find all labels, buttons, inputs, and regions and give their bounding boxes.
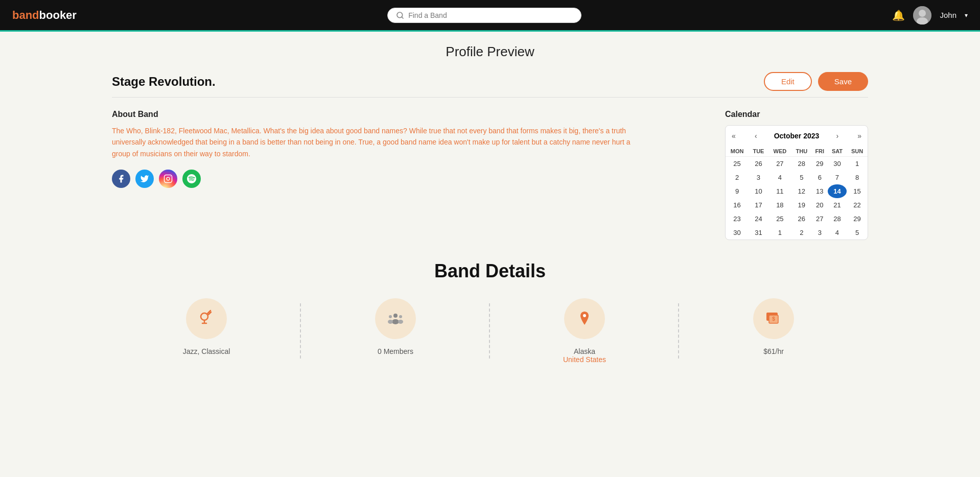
calendar-day[interactable]: 30 — [726, 226, 749, 240]
calendar-day[interactable]: 14 — [828, 184, 847, 198]
calendar-day[interactable]: 30 — [828, 157, 847, 171]
svg-point-12 — [399, 315, 402, 318]
calendar-day[interactable]: 3 — [812, 226, 828, 240]
user-name[interactable]: John — [940, 11, 956, 19]
detail-item: 0 Members — [301, 298, 490, 364]
calendar-day[interactable]: 15 — [847, 184, 868, 198]
detail-label: Jazz, Classical — [183, 347, 230, 355]
calendar-day[interactable]: 28 — [828, 212, 847, 226]
calendar-day[interactable]: 2 — [726, 171, 749, 184]
calendar-day[interactable]: 22 — [847, 198, 868, 212]
main-content: Profile Preview Stage Revolution. Edit S… — [81, 32, 899, 376]
calendar-day[interactable]: 27 — [768, 157, 791, 171]
calendar-month: October 2023 — [774, 132, 820, 140]
calendar-day[interactable]: 19 — [791, 198, 812, 212]
calendar-week-row: 303112345 — [726, 226, 868, 240]
calendar-day[interactable]: 25 — [768, 212, 791, 226]
calendar-day[interactable]: 3 — [749, 171, 768, 184]
calendar-title: Calendar — [725, 110, 868, 119]
calendar-day[interactable]: 4 — [768, 171, 791, 184]
detail-item: AlaskaUnited States — [490, 298, 679, 364]
twitter-icon[interactable] — [135, 170, 154, 188]
calendar-day[interactable]: 28 — [791, 157, 812, 171]
divider — [112, 97, 868, 98]
logo[interactable]: bandbooker — [12, 9, 77, 22]
cal-next-nav[interactable]: › — [834, 132, 841, 140]
detail-item: Jazz, Classical — [112, 298, 301, 364]
calendar-day[interactable]: 16 — [726, 198, 749, 212]
calendar-week-row: 9101112131415 — [726, 184, 868, 198]
cal-day-header: SAT — [828, 146, 847, 157]
detail-sublabel: United States — [563, 355, 606, 364]
calendar-day[interactable]: 17 — [749, 198, 768, 212]
calendar-day[interactable]: 13 — [812, 184, 828, 198]
calendar-day[interactable]: 27 — [812, 212, 828, 226]
band-details-grid: Jazz, Classical 0 Members AlaskaUnited S… — [112, 298, 868, 364]
calendar-day[interactable]: 9 — [726, 184, 749, 198]
detail-icon-circle — [186, 298, 227, 339]
calendar-day[interactable]: 8 — [847, 171, 868, 184]
cal-first-nav[interactable]: « — [730, 132, 738, 140]
detail-icon-circle: $ — [753, 298, 794, 339]
svg-point-13 — [398, 320, 403, 324]
calendar-header: « ‹ October 2023 › » — [726, 126, 868, 146]
about-band-text: The Who, Blink-182, Fleetwood Mac, Metal… — [112, 125, 648, 159]
calendar-day[interactable]: 1 — [847, 157, 868, 171]
social-icons — [112, 170, 705, 188]
calendar-day[interactable]: 4 — [828, 226, 847, 240]
search-input[interactable] — [408, 11, 573, 19]
band-name: Stage Revolution. — [112, 75, 216, 89]
calendar-day[interactable]: 21 — [828, 198, 847, 212]
calendar-week-row: 2526272829301 — [726, 157, 868, 171]
calendar-day[interactable]: 29 — [812, 157, 828, 171]
left-content: About Band The Who, Blink-182, Fleetwood… — [112, 110, 705, 240]
calendar-day[interactable]: 23 — [726, 212, 749, 226]
cal-last-nav[interactable]: » — [855, 132, 864, 140]
calendar-day[interactable]: 31 — [749, 226, 768, 240]
svg-point-9 — [392, 319, 399, 324]
facebook-icon[interactable] — [112, 170, 130, 188]
cal-day-header: SUN — [847, 146, 868, 157]
svg-point-10 — [389, 315, 392, 318]
calendar-day[interactable]: 5 — [791, 171, 812, 184]
instagram-icon[interactable] — [159, 170, 177, 188]
cal-prev-nav[interactable]: ‹ — [753, 132, 759, 140]
detail-icon-circle — [564, 298, 605, 339]
edit-button[interactable]: Edit — [764, 72, 812, 91]
detail-label: Alaska — [574, 347, 595, 355]
calendar-day[interactable]: 7 — [828, 171, 847, 184]
header-buttons: Edit Save — [764, 72, 868, 91]
calendar-day[interactable]: 18 — [768, 198, 791, 212]
calendar-section: Calendar « ‹ October 2023 › » MONTUEWEDT… — [725, 110, 868, 240]
calendar-day[interactable]: 11 — [768, 184, 791, 198]
calendar-day[interactable]: 20 — [812, 198, 828, 212]
calendar-day[interactable]: 24 — [749, 212, 768, 226]
calendar-day[interactable]: 26 — [791, 212, 812, 226]
about-band-title: About Band — [112, 110, 705, 119]
detail-item: $ $61/hr — [679, 298, 868, 364]
svg-rect-5 — [165, 175, 172, 183]
calendar-day[interactable]: 26 — [749, 157, 768, 171]
svg-point-11 — [388, 320, 393, 324]
calendar-day[interactable]: 6 — [812, 171, 828, 184]
logo-booker: booker — [39, 9, 77, 21]
calendar-day[interactable]: 25 — [726, 157, 749, 171]
calendar-day[interactable]: 10 — [749, 184, 768, 198]
page-title: Profile Preview — [112, 44, 868, 60]
calendar-day[interactable]: 29 — [847, 212, 868, 226]
avatar-svg — [913, 6, 931, 25]
calendar-week-row: 16171819202122 — [726, 198, 868, 212]
calendar-day[interactable]: 1 — [768, 226, 791, 240]
save-button[interactable]: Save — [818, 72, 868, 91]
calendar-day[interactable]: 12 — [791, 184, 812, 198]
logo-band: band — [12, 9, 39, 21]
calendar-day[interactable]: 5 — [847, 226, 868, 240]
spotify-icon[interactable] — [182, 170, 201, 188]
search-bar[interactable] — [387, 8, 581, 23]
svg-text:$: $ — [772, 316, 775, 322]
svg-point-14 — [583, 314, 586, 317]
chevron-down-icon[interactable]: ▾ — [965, 12, 968, 19]
content-row: About Band The Who, Blink-182, Fleetwood… — [112, 110, 868, 240]
bell-icon[interactable]: 🔔 — [892, 9, 905, 21]
calendar-day[interactable]: 2 — [791, 226, 812, 240]
